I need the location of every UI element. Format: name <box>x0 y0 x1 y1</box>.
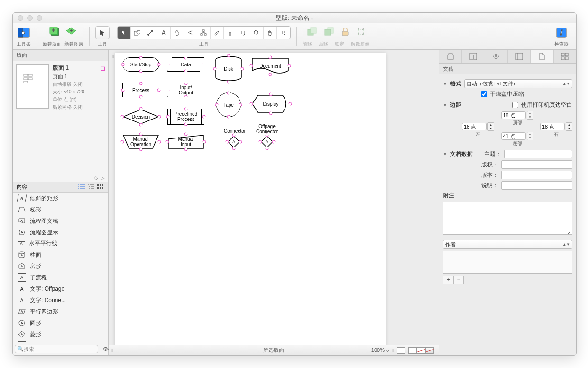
shape-start-stop[interactable]: Start/Stop <box>122 57 159 72</box>
stepper-icon[interactable]: ▲▼ <box>527 111 533 120</box>
inspector-tab-object[interactable] <box>439 50 462 63</box>
diagram-tool-icon[interactable] <box>197 27 211 39</box>
new-canvas-button[interactable]: + <box>49 27 61 39</box>
toolbar-sidebar-toggle[interactable]: 工具条 <box>13 26 35 47</box>
back-tool-icon[interactable]: < <box>184 27 197 39</box>
svg-point-10 <box>148 34 149 35</box>
magnet-tool-icon[interactable] <box>237 27 250 39</box>
canvas-page[interactable]: Start/Stop Data Disk Document Process In… <box>115 53 386 345</box>
printer-margins-checkbox[interactable] <box>512 102 518 108</box>
line-tool-icon[interactable] <box>144 27 157 39</box>
svg-rect-12 <box>202 30 204 31</box>
svg-rect-64 <box>516 53 523 60</box>
svg-rect-58 <box>448 55 453 59</box>
shape-manual-op[interactable]: Manual Operation <box>122 134 159 149</box>
list-item[interactable]: A文字: Conne... <box>13 294 108 306</box>
shape-disk[interactable]: Disk <box>215 55 242 82</box>
new-layer-button[interactable]: + <box>65 27 77 39</box>
text-tool-icon[interactable]: A <box>157 27 171 39</box>
shape-tool-icon[interactable] <box>131 27 144 39</box>
no-stroke-swatch[interactable] <box>417 347 425 354</box>
bring-forward-button[interactable] <box>307 27 317 38</box>
lock-button[interactable] <box>341 27 349 38</box>
svg-rect-68 <box>565 57 568 60</box>
hand-tool-icon[interactable] <box>264 27 277 39</box>
inspector-tab-text[interactable]: T <box>462 50 485 63</box>
shape-predefined[interactable]: Predefined Process <box>167 109 204 125</box>
search-input[interactable] <box>15 345 98 353</box>
list-item[interactable]: A柱面 <box>13 249 108 260</box>
shape-data[interactable]: Data <box>167 57 204 72</box>
section-margins: 边距 <box>450 101 461 109</box>
list-item[interactable]: 梯形 <box>13 204 108 215</box>
chevron-right-icon[interactable]: ▷ <box>101 175 104 181</box>
margin-bottom-input[interactable] <box>501 132 526 140</box>
compress-checkbox[interactable] <box>481 91 487 97</box>
list-item[interactable]: A文字: Offpage <box>13 283 108 294</box>
shape-decision[interactable]: Decision <box>122 109 159 125</box>
no-fill-swatch[interactable] <box>425 347 434 354</box>
version-input[interactable] <box>501 171 572 179</box>
tool-selector-single[interactable]: 工具 <box>92 26 113 47</box>
canvas-thumbnail[interactable] <box>16 64 49 109</box>
subject-input[interactable] <box>504 150 572 158</box>
metadata-table[interactable] <box>443 251 572 274</box>
margin-top-input[interactable] <box>501 111 526 119</box>
add-row-button[interactable]: + <box>443 276 453 284</box>
action-tool-icon[interactable] <box>277 27 290 39</box>
shape-document[interactable]: Document <box>251 57 289 74</box>
shape-io[interactable]: Input/ Output <box>167 83 204 97</box>
pointer-tool-icon[interactable] <box>118 27 131 39</box>
shape-process[interactable]: Process <box>122 83 159 97</box>
svg-point-24 <box>358 33 359 35</box>
list-item[interactable]: A倾斜的矩形 <box>13 193 108 204</box>
notes-textarea[interactable] <box>443 202 572 235</box>
inspector-tab-canvas[interactable] <box>508 50 531 63</box>
margin-right-input[interactable] <box>540 123 565 130</box>
shape-tape[interactable]: Tape <box>216 92 241 117</box>
close-icon[interactable] <box>18 15 23 21</box>
minimize-icon[interactable] <box>27 15 33 21</box>
send-backward-button[interactable] <box>324 27 334 38</box>
zoom-tool-icon[interactable] <box>250 27 264 39</box>
inspector-tab-document[interactable] <box>531 50 553 63</box>
inspector-toggle[interactable]: i 检查器 <box>551 26 572 47</box>
svg-point-63 <box>495 55 497 57</box>
zoom-icon[interactable] <box>37 15 42 21</box>
list-item[interactable]: A平行四边形 <box>13 306 108 317</box>
layers-icon[interactable]: ◇ <box>94 175 98 181</box>
copyright-input[interactable] <box>501 160 572 169</box>
list-item[interactable]: A水平平行线 <box>13 238 108 249</box>
list-view-icon[interactable] <box>78 184 85 191</box>
list-item[interactable]: A菱形 <box>13 329 108 340</box>
grid-view-icon[interactable] <box>97 184 104 191</box>
inspector-tab-properties[interactable] <box>485 50 508 63</box>
remove-row-button[interactable]: − <box>453 276 464 284</box>
brush-tool-icon[interactable] <box>211 27 224 39</box>
shape-offpage-connector[interactable]: A <box>260 135 274 148</box>
description-input[interactable] <box>501 181 572 190</box>
pen-tool-icon[interactable] <box>171 27 184 39</box>
svg-rect-19 <box>325 29 331 35</box>
tools-segment[interactable]: A < <box>117 26 291 39</box>
shape-manual-input[interactable]: Manual Input <box>167 134 204 149</box>
list-item[interactable]: A流程图显示 <box>13 227 108 238</box>
outline-view-icon[interactable] <box>87 184 95 191</box>
list-item[interactable]: A房形 <box>13 260 108 272</box>
stamp-tool-icon[interactable] <box>224 27 237 39</box>
svg-rect-33 <box>97 184 99 186</box>
shape-display[interactable]: Display <box>251 94 290 113</box>
inspector-tab-stencils[interactable] <box>554 50 576 63</box>
svg-text:A: A <box>21 333 23 336</box>
list-item[interactable]: A流程图文稿 <box>13 215 108 227</box>
ungroup-button[interactable] <box>356 27 366 38</box>
list-item[interactable]: A子流程 <box>13 272 108 283</box>
svg-text:A: A <box>21 310 23 313</box>
format-select[interactable]: 自动（包或 flat 文件）▲▼ <box>464 79 572 88</box>
author-select[interactable]: 作者▲▼ <box>443 240 572 249</box>
window-controls[interactable] <box>18 15 42 21</box>
shape-connector[interactable]: A <box>227 135 240 148</box>
list-item[interactable]: A圆形 <box>13 317 108 329</box>
crop-icon[interactable]: ◻ <box>101 65 105 72</box>
margin-left-input[interactable] <box>462 123 487 130</box>
